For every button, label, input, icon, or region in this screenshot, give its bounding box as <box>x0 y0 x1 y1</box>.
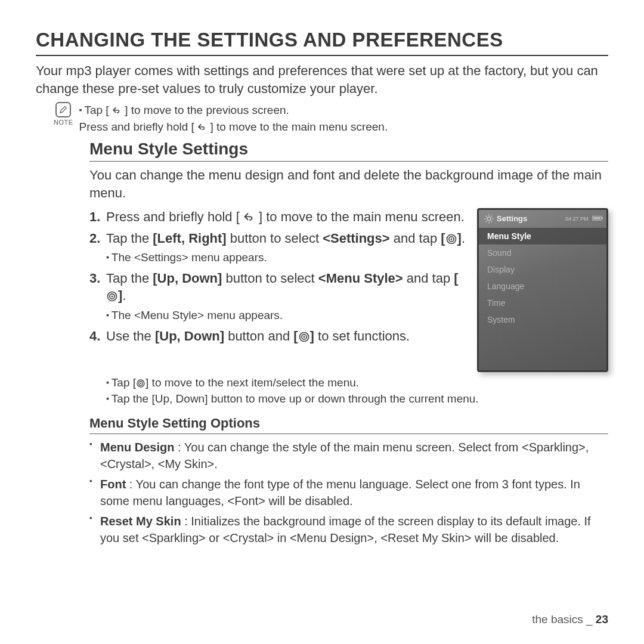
options-subtitle: Menu Style Setting Options <box>89 416 608 434</box>
back-arrow-icon <box>197 123 207 132</box>
device-time: 04:27 PM <box>565 216 589 222</box>
device-menu-item: System <box>479 311 606 328</box>
target-icon <box>298 331 310 343</box>
device-menu-item: Time <box>479 295 606 311</box>
section-title: Menu Style Settings <box>89 140 608 162</box>
target-icon <box>106 290 118 302</box>
gear-icon: Settings <box>484 213 527 224</box>
option-reset-my-skin: Reset My Skin : Initializes the backgrou… <box>89 513 608 546</box>
step-2: 2. Tap the [Left, Right] button to selec… <box>89 230 466 266</box>
page-title: CHANGING THE SETTINGS AND PREFERENCES <box>36 29 608 56</box>
step-2-sub: The <Settings> menu appears. <box>106 249 466 266</box>
battery-icon <box>592 216 602 221</box>
device-screenshot: Settings 04:27 PM Menu StyleSoundDisplay… <box>477 208 608 372</box>
target-icon <box>445 233 457 245</box>
device-menu-item: Display <box>479 261 606 278</box>
back-arrow-icon <box>243 212 255 224</box>
pencil-icon <box>55 102 71 117</box>
target-icon <box>136 379 145 388</box>
device-menu-item: Menu Style <box>479 228 606 244</box>
step-4: 4. Use the [Up, Down] button and [] to s… <box>89 327 466 345</box>
step-4-sub2: Tap the [Up, Down] button to move up or … <box>106 391 608 407</box>
note-line1-a: Tap [ <box>84 104 109 116</box>
section-intro: You can change the menu design and font … <box>89 166 608 202</box>
note-label: NOTE <box>54 119 73 126</box>
note-line2-a: Press and briefly hold [ <box>79 120 194 133</box>
note-line1-b: ] to move to the previous screen. <box>125 104 289 116</box>
intro-paragraph: Your mp3 player comes with settings and … <box>36 62 608 97</box>
step-4-sub1: Tap [] to move to the next item/select t… <box>106 374 608 391</box>
device-menu-item: Sound <box>479 244 606 261</box>
page-footer: the basics _ 23 <box>532 613 608 626</box>
note-line2-b: ] to move to the main menu screen. <box>210 120 388 133</box>
step-3-sub: The <Menu Style> menu appears. <box>106 307 466 324</box>
back-arrow-icon <box>112 106 122 116</box>
option-font: Font : You can change the font type of t… <box>89 476 608 509</box>
step-3: 3. Tap the [Up, Down] button to select <… <box>89 270 466 324</box>
device-screen-title: Settings <box>497 214 527 223</box>
note-block: NOTE Tap [ ] to move to the previous scr… <box>54 102 608 135</box>
step-1: 1. Press and briefly hold [ ] to move to… <box>89 208 466 226</box>
device-menu-item: Language <box>479 278 606 295</box>
option-menu-design: Menu Design : You can change the style o… <box>89 439 608 472</box>
